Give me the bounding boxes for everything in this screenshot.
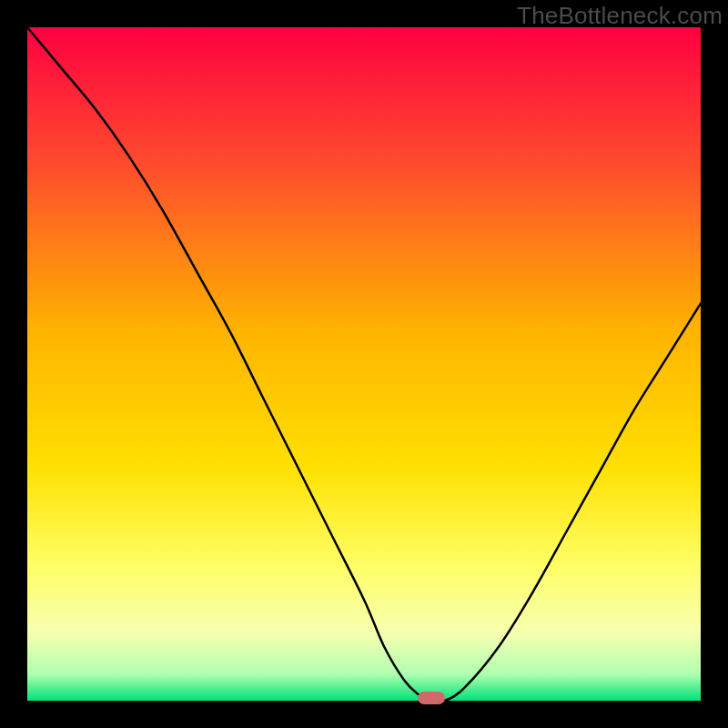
- bottleneck-chart: [0, 0, 728, 728]
- optimum-marker: [418, 692, 445, 704]
- watermark-text: TheBottleneck.com: [517, 2, 723, 30]
